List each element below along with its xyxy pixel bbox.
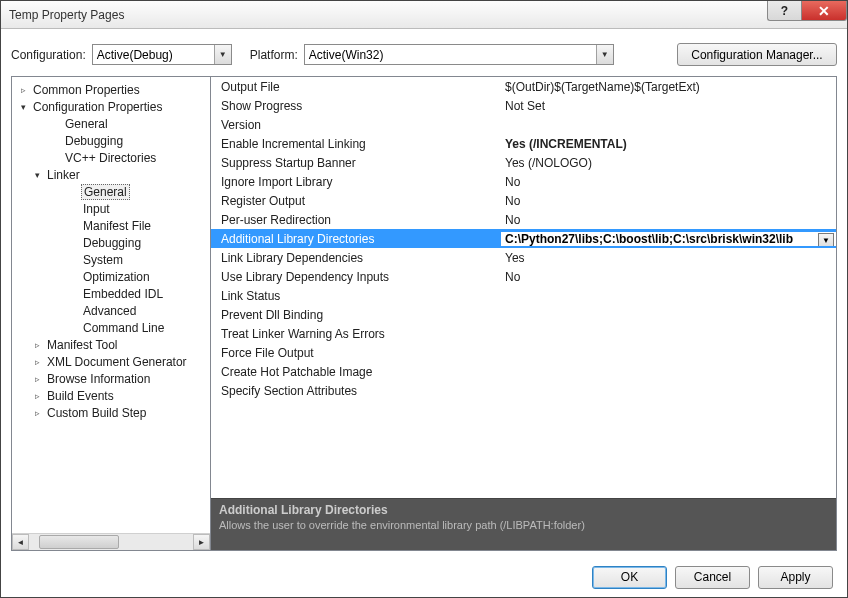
property-grid[interactable]: Output File$(OutDir)$(TargetName)$(Targe… (211, 77, 836, 498)
tree-hscrollbar[interactable]: ◄ ► (12, 533, 210, 550)
tree-node[interactable]: Manifest File (14, 217, 208, 234)
property-value[interactable]: No (501, 270, 836, 284)
property-row[interactable]: Show ProgressNot Set (211, 96, 836, 115)
chevron-right-icon[interactable]: ▹ (32, 390, 43, 401)
configuration-dropdown[interactable]: Active(Debug) ▼ (92, 44, 232, 65)
scroll-right-icon[interactable]: ► (193, 534, 210, 550)
property-value[interactable]: C:\Python27\libs;C:\boost\lib;C:\src\bri… (501, 232, 836, 246)
tree-node[interactable]: ▹Build Events (14, 387, 208, 404)
tree-spacer (68, 254, 79, 265)
tree-spacer (68, 220, 79, 231)
tree-spacer (68, 237, 79, 248)
property-value[interactable]: $(OutDir)$(TargetName)$(TargetExt) (501, 80, 836, 94)
scroll-left-icon[interactable]: ◄ (12, 534, 29, 550)
scroll-thumb[interactable] (39, 535, 119, 549)
chevron-down-icon[interactable]: ▾ (18, 101, 29, 112)
chevron-down-icon: ▼ (214, 45, 231, 64)
help-button[interactable]: ? (767, 1, 801, 21)
property-name: Show Progress (211, 99, 501, 113)
tree-node[interactable]: Command Line (14, 319, 208, 336)
property-name: Specify Section Attributes (211, 384, 501, 398)
property-value[interactable]: Yes (/NOLOGO) (501, 156, 836, 170)
tree-node-label: Input (81, 202, 112, 216)
tree-node[interactable]: ▹Common Properties (14, 81, 208, 98)
tree-node[interactable]: Input (14, 200, 208, 217)
tree-spacer (68, 203, 79, 214)
property-value[interactable]: Not Set (501, 99, 836, 113)
property-row[interactable]: Enable Incremental LinkingYes (/INCREMEN… (211, 134, 836, 153)
tree-panel: ▹Common Properties▾Configuration Propert… (11, 76, 211, 551)
description-title: Additional Library Directories (219, 503, 828, 517)
platform-dropdown[interactable]: Active(Win32) ▼ (304, 44, 614, 65)
apply-button[interactable]: Apply (758, 566, 833, 589)
chevron-down-icon[interactable]: ▾ (32, 169, 43, 180)
tree-node[interactable]: Embedded IDL (14, 285, 208, 302)
property-row[interactable]: Suppress Startup BannerYes (/NOLOGO) (211, 153, 836, 172)
tree-spacer (50, 135, 61, 146)
property-value[interactable]: Yes (501, 251, 836, 265)
tree-node[interactable]: ▹Browse Information (14, 370, 208, 387)
chevron-right-icon[interactable]: ▹ (32, 407, 43, 418)
property-row[interactable]: Use Library Dependency InputsNo (211, 267, 836, 286)
property-value[interactable]: No (501, 175, 836, 189)
property-row[interactable]: Specify Section Attributes (211, 381, 836, 400)
property-value[interactable]: Yes (/INCREMENTAL) (501, 137, 836, 151)
property-row[interactable]: Ignore Import LibraryNo (211, 172, 836, 191)
tree-node-label: Custom Build Step (45, 406, 148, 420)
close-icon: ✕ (818, 3, 830, 19)
tree-node[interactable]: ▹XML Document Generator (14, 353, 208, 370)
ok-button[interactable]: OK (592, 566, 667, 589)
chevron-right-icon[interactable]: ▹ (32, 339, 43, 350)
property-name: Per-user Redirection (211, 213, 501, 227)
tree-node[interactable]: ▹Manifest Tool (14, 336, 208, 353)
property-name: Create Hot Patchable Image (211, 365, 501, 379)
tree-node-label: Common Properties (31, 83, 142, 97)
property-row[interactable]: Version (211, 115, 836, 134)
tree-spacer (68, 288, 79, 299)
configuration-label: Configuration: (11, 48, 86, 62)
tree-node[interactable]: ▾Linker (14, 166, 208, 183)
tree-node-label: Build Events (45, 389, 116, 403)
configuration-manager-button[interactable]: Configuration Manager... (677, 43, 837, 66)
tree-node[interactable]: System (14, 251, 208, 268)
property-name: Version (211, 118, 501, 132)
property-row[interactable]: Force File Output (211, 343, 836, 362)
tree-node[interactable]: ▹Custom Build Step (14, 404, 208, 421)
property-row[interactable]: Additional Library DirectoriesC:\Python2… (211, 229, 836, 248)
tree-node[interactable]: ▾Configuration Properties (14, 98, 208, 115)
chevron-right-icon[interactable]: ▹ (32, 356, 43, 367)
tree-node[interactable]: Debugging (14, 132, 208, 149)
scroll-track[interactable] (29, 534, 193, 550)
tree-node[interactable]: Optimization (14, 268, 208, 285)
tree-spacer (68, 186, 79, 197)
tree-node[interactable]: General (14, 183, 208, 200)
close-button[interactable]: ✕ (801, 1, 847, 21)
tree-node[interactable]: Debugging (14, 234, 208, 251)
property-row[interactable]: Create Hot Patchable Image (211, 362, 836, 381)
tree-node-label: XML Document Generator (45, 355, 189, 369)
property-row[interactable]: Register OutputNo (211, 191, 836, 210)
property-row[interactable]: Prevent Dll Binding (211, 305, 836, 324)
property-row[interactable]: Link Library DependenciesYes (211, 248, 836, 267)
tree[interactable]: ▹Common Properties▾Configuration Propert… (12, 77, 210, 533)
cancel-button[interactable]: Cancel (675, 566, 750, 589)
property-name: Force File Output (211, 346, 501, 360)
platform-label: Platform: (250, 48, 298, 62)
title-bar: Temp Property Pages ? ✕ (1, 1, 847, 29)
tree-node[interactable]: VC++ Directories (14, 149, 208, 166)
property-name: Register Output (211, 194, 501, 208)
property-value[interactable]: No (501, 213, 836, 227)
property-row[interactable]: Link Status (211, 286, 836, 305)
tree-spacer (50, 152, 61, 163)
chevron-down-icon: ▼ (596, 45, 613, 64)
chevron-right-icon[interactable]: ▹ (32, 373, 43, 384)
property-row[interactable]: Output File$(OutDir)$(TargetName)$(Targe… (211, 77, 836, 96)
chevron-down-icon[interactable]: ▼ (818, 233, 834, 246)
property-value[interactable]: No (501, 194, 836, 208)
property-row[interactable]: Per-user RedirectionNo (211, 210, 836, 229)
tree-node-label: Advanced (81, 304, 138, 318)
property-row[interactable]: Treat Linker Warning As Errors (211, 324, 836, 343)
tree-node[interactable]: Advanced (14, 302, 208, 319)
chevron-right-icon[interactable]: ▹ (18, 84, 29, 95)
tree-node[interactable]: General (14, 115, 208, 132)
